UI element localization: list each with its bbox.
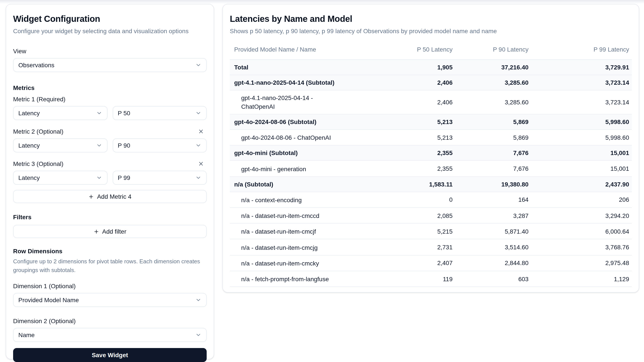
table-row: n/a - dataset-run-item-cmcky 2,407 2,844… xyxy=(230,255,632,271)
add-filter-label: Add filter xyxy=(102,228,126,235)
row-p50-value: 119 xyxy=(414,271,456,287)
row-p50-value: 2,355 xyxy=(414,145,456,161)
x-icon xyxy=(198,128,204,134)
row-p90-value: 164 xyxy=(456,192,532,208)
plus-icon xyxy=(94,229,99,234)
table-row: gpt-4o-2024-08-06 - ChatOpenAI 5,213 5,8… xyxy=(230,129,632,145)
row-name: n/a - dataset-run-item-cmccd xyxy=(241,211,320,220)
row-p90-value: 3,285.60 xyxy=(456,75,532,90)
row-p50-value: 2,731 xyxy=(414,239,456,255)
table-row: n/a (Subtotal) 1,583.11 19,380.80 2,437.… xyxy=(230,176,632,192)
dimension1-label: Dimension 1 (Optional) xyxy=(13,282,207,290)
table-row: n/a - dataset-run-item-cmcjf 5,215 5,871… xyxy=(230,223,632,239)
dimension1-select-value: Provided Model Name xyxy=(18,297,79,304)
plus-icon xyxy=(88,194,94,199)
row-p50-value: 5,213 xyxy=(414,114,456,129)
filters-section-label: Filters xyxy=(13,213,207,221)
row-p90-value: 7,676 xyxy=(456,145,532,161)
chevron-down-icon xyxy=(195,142,202,148)
remove-metric-button[interactable] xyxy=(198,128,204,134)
table-row: gpt-4.1-nano-2025-04-14 - ChatOpenAI 2,4… xyxy=(230,90,632,114)
row-name: n/a - dataset-run-item-cmcjf xyxy=(241,227,316,236)
column-header-p50: P 50 Latency xyxy=(414,45,456,60)
metric-measure-value: Latency xyxy=(18,110,40,117)
chevron-down-icon xyxy=(195,62,202,68)
metric-aggregation-value: P 90 xyxy=(118,142,130,149)
row-name: gpt-4.1-nano-2025-04-14 (Subtotal) xyxy=(234,79,334,86)
row-p99-value: 5,998.60 xyxy=(532,129,632,145)
metric-group: Metric 2 (Optional) Latency P 90 xyxy=(13,127,207,152)
column-header-p90: P 90 Latency xyxy=(456,45,532,60)
dimension2-select-value: Name xyxy=(18,332,35,339)
row-p99-value: 5,998.60 xyxy=(532,114,632,129)
metric-aggregation-value: P 50 xyxy=(118,110,130,117)
view-select[interactable]: Observations xyxy=(13,58,207,72)
row-p99-value: 6,000.64 xyxy=(532,223,632,239)
row-p90-value: 5,871.40 xyxy=(456,223,532,239)
row-p90-value: 3,285.60 xyxy=(456,90,532,114)
add-metric-label: Add Metric 4 xyxy=(97,193,131,200)
row-p50-value: 5,213 xyxy=(414,129,456,145)
row-p90-value: 7,676 xyxy=(456,161,532,177)
metric-measure-value: Latency xyxy=(18,142,40,149)
chevron-down-icon xyxy=(195,110,202,116)
row-p99-value: 3,294.20 xyxy=(532,208,632,224)
table-row: gpt-4.1-nano-2025-04-14 (Subtotal) 2,406… xyxy=(230,75,632,90)
row-p90-value: 5,869 xyxy=(456,129,532,145)
add-filter-button[interactable]: Add filter xyxy=(13,225,207,238)
row-name: n/a - dataset-run-item-cmcky xyxy=(241,259,319,268)
row-p99-value: 206 xyxy=(532,192,632,208)
row-p99-value: 2,437.90 xyxy=(532,176,632,192)
metric-label: Metric 1 (Required) xyxy=(13,95,66,103)
view-select-value: Observations xyxy=(18,61,54,68)
widget-configuration-panel: Widget Configuration Configure your widg… xyxy=(6,4,214,360)
table-row: gpt-4o-mini (Subtotal) 2,355 7,676 15,00… xyxy=(230,145,632,161)
metric-measure-select[interactable]: Latency xyxy=(13,106,107,120)
dimension2-select[interactable]: Name xyxy=(13,328,207,342)
chevron-down-icon xyxy=(96,175,102,181)
dimension1-select[interactable]: Provided Model Name xyxy=(13,293,207,307)
row-p50-value: 0 xyxy=(414,192,456,208)
chevron-down-icon xyxy=(96,142,102,148)
top-edge-fade xyxy=(0,0,644,4)
metrics-section-label: Metrics xyxy=(13,83,207,92)
table-row: n/a - context-encoding 0 164 206 xyxy=(230,192,632,208)
table-title: Latencies by Name and Model xyxy=(230,13,632,24)
row-name: gpt-4o-mini (Subtotal) xyxy=(234,150,298,157)
app-viewport: Widget Configuration Configure your widg… xyxy=(0,0,644,362)
chevron-down-icon xyxy=(195,332,202,338)
row-p50-value: 2,406 xyxy=(414,75,456,90)
remove-metric-button[interactable] xyxy=(198,161,204,167)
metric-label: Metric 3 (Optional) xyxy=(13,159,63,168)
metric-aggregation-select[interactable]: P 99 xyxy=(112,171,207,185)
row-p99-value: 15,001 xyxy=(532,145,632,161)
row-p50-value: 2,406 xyxy=(414,90,456,114)
metric-measure-select[interactable]: Latency xyxy=(13,171,107,185)
table-header-row: Provided Model Name / Name P 50 Latency … xyxy=(230,45,632,60)
row-p90-value: 19,380.80 xyxy=(456,176,532,192)
metric-measure-select[interactable]: Latency xyxy=(13,138,107,152)
row-name: gpt-4o-2024-08-06 (Subtotal) xyxy=(234,118,316,125)
metric-aggregation-select[interactable]: P 90 xyxy=(112,138,207,152)
row-p50-value: 2,085 xyxy=(414,208,456,224)
metric-aggregation-select[interactable]: P 50 xyxy=(112,106,207,120)
row-dimensions-description: Configure up to 2 dimensions for pivot t… xyxy=(13,257,201,275)
table-row: gpt-4o-2024-08-06 (Subtotal) 5,213 5,869… xyxy=(230,114,632,129)
row-p90-value: 2,844.80 xyxy=(456,255,532,271)
row-name: gpt-4o-mini - generation xyxy=(241,164,306,173)
add-metric-button[interactable]: Add Metric 4 xyxy=(13,190,207,203)
latency-pivot-table: Provided Model Name / Name P 50 Latency … xyxy=(230,45,632,287)
row-dimensions-section-label: Row Dimensions xyxy=(13,247,207,256)
row-p99-value: 3,729.91 xyxy=(532,60,632,75)
save-widget-button[interactable]: Save Widget xyxy=(13,348,207,362)
row-p50-value: 1,905 xyxy=(414,60,456,75)
row-name: n/a - context-encoding xyxy=(241,196,302,204)
row-p99-value: 3,723.14 xyxy=(532,75,632,90)
row-p50-value: 2,407 xyxy=(414,255,456,271)
row-p90-value: 37,216.40 xyxy=(456,60,532,75)
metric-group: Metric 3 (Optional) Latency P 99 xyxy=(13,159,207,185)
latency-table-panel: Latencies by Name and Model Shows p 50 l… xyxy=(222,4,639,293)
chevron-down-icon xyxy=(195,175,202,181)
row-p90-value: 3,287 xyxy=(456,208,532,224)
table-row: n/a - dataset-run-item-cmcjg 2,731 3,514… xyxy=(230,239,632,255)
